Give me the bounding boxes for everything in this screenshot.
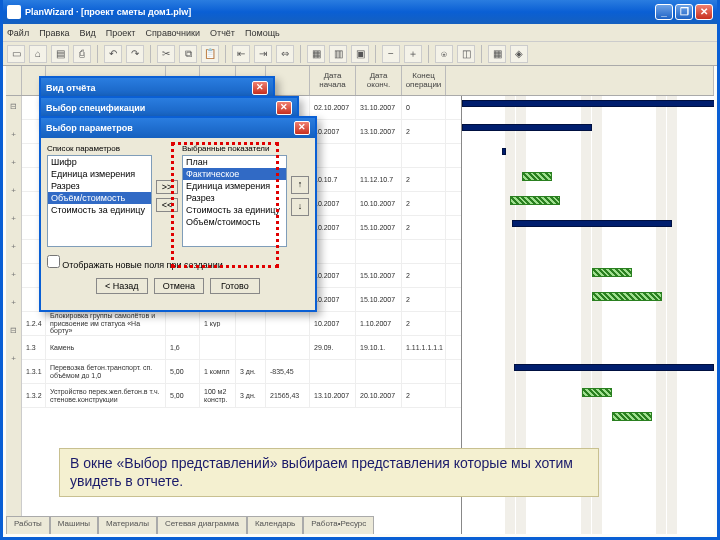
minimize-button[interactable]: _	[655, 4, 673, 20]
show-new-checkbox[interactable]	[47, 255, 60, 268]
dialog1-title: Вид отчёта	[46, 83, 96, 93]
move-right-button[interactable]: >>	[156, 180, 178, 194]
menu-help[interactable]: Помощь	[245, 28, 280, 38]
table-row[interactable]: 1.3Камень1,629.09.19.10.1.1.11.1.1.1.1.	[22, 336, 461, 360]
gantt-bar[interactable]	[502, 148, 506, 155]
tb-cut-icon[interactable]: ✂	[157, 45, 175, 63]
gantt-bar[interactable]	[514, 364, 714, 371]
list-item[interactable]: Единица измерения	[183, 180, 286, 192]
tb-redo-icon[interactable]: ↷	[126, 45, 144, 63]
gantt-bar[interactable]	[462, 100, 714, 107]
tb-indent-icon[interactable]: ⇥	[254, 45, 272, 63]
list-item[interactable]: Фактическое	[183, 168, 286, 180]
list-item[interactable]: Объём/стоимость	[183, 216, 286, 228]
gantt-bar[interactable]	[510, 196, 560, 205]
list-item[interactable]: Шифр	[48, 156, 151, 168]
cancel-button[interactable]: Отмена	[154, 278, 204, 294]
tab-materials[interactable]: Материалы	[98, 516, 157, 534]
right-list-label: Выбранные показатели	[182, 144, 287, 153]
toolbar: ▭ ⌂ ▤ ⎙ ↶ ↷ ✂ ⧉ 📋 ⇤ ⇥ ⇔ ▦ ▥ ▣ − ＋ ⍟ ◫ ▦ …	[3, 42, 717, 66]
table-row[interactable]: 1.3.1Перевозка бетон.транспорт. сп. объё…	[22, 360, 461, 384]
dialog3-title: Выбор параметров	[46, 123, 133, 133]
tb-new-icon[interactable]: ▭	[7, 45, 25, 63]
menu-report[interactable]: Отчёт	[210, 28, 235, 38]
titlebar[interactable]: PlanWizard · [проект сметы дом1.plw] _ ❐…	[3, 0, 717, 24]
list-item[interactable]: Стоимость за единицу	[183, 204, 286, 216]
list-item[interactable]: Объём/стоимость	[48, 192, 151, 204]
right-listbox[interactable]: ПланФактическоеЕдиница измеренияРазрезСт…	[182, 155, 287, 247]
list-item[interactable]: План	[183, 156, 286, 168]
tb-copy-icon[interactable]: ⧉	[179, 45, 197, 63]
close-button[interactable]: ✕	[695, 4, 713, 20]
tb-save-icon[interactable]: ▤	[51, 45, 69, 63]
tab-work-resource[interactable]: Работа•Ресурс	[303, 516, 374, 534]
done-button[interactable]: Готово	[210, 278, 260, 294]
tb-print-icon[interactable]: ⎙	[73, 45, 91, 63]
tab-network[interactable]: Сетевая диаграмма	[157, 516, 247, 534]
menu-file[interactable]: Файл	[7, 28, 29, 38]
gantt-bar[interactable]	[522, 172, 552, 181]
gantt-bar[interactable]	[512, 220, 672, 227]
tb-outdent-icon[interactable]: ⇤	[232, 45, 250, 63]
bottom-tabs: Работы Машины Материалы Сетевая диаграмм…	[6, 516, 374, 534]
menu-edit[interactable]: Правка	[39, 28, 69, 38]
back-button[interactable]: < Назад	[96, 278, 148, 294]
gantt-bar[interactable]	[582, 388, 612, 397]
tab-machines[interactable]: Машины	[50, 516, 98, 534]
show-new-label: Отображать новые поля при создании	[62, 260, 223, 270]
tb-zoomin-icon[interactable]: ＋	[404, 45, 422, 63]
menu-view[interactable]: Вид	[80, 28, 96, 38]
tab-calendar[interactable]: Календарь	[247, 516, 303, 534]
tb-zoomout-icon[interactable]: −	[382, 45, 400, 63]
tb-report-icon[interactable]: ▦	[488, 45, 506, 63]
list-item[interactable]: Единица измерения	[48, 168, 151, 180]
move-down-button[interactable]: ↓	[291, 198, 309, 216]
tb-link-icon[interactable]: ⇔	[276, 45, 294, 63]
gantt-bar[interactable]	[462, 124, 592, 131]
gantt-bar[interactable]	[612, 412, 652, 421]
tb-undo-icon[interactable]: ↶	[104, 45, 122, 63]
gantt-bar[interactable]	[592, 292, 662, 301]
dialog3-close-icon[interactable]: ✕	[294, 121, 310, 135]
dialog1-close-icon[interactable]: ✕	[252, 81, 268, 95]
list-item[interactable]: Разрез	[48, 180, 151, 192]
window-title: PlanWizard · [проект сметы дом1.plw]	[25, 7, 191, 17]
tb-wizard-icon[interactable]: ◈	[510, 45, 528, 63]
tb-tree-icon[interactable]: ⍟	[435, 45, 453, 63]
tb-paste-icon[interactable]: 📋	[201, 45, 219, 63]
move-up-button[interactable]: ↑	[291, 176, 309, 194]
dialog2-close-icon[interactable]: ✕	[276, 101, 292, 115]
menu-ref[interactable]: Справочники	[146, 28, 201, 38]
tb-group-icon[interactable]: ◫	[457, 45, 475, 63]
menu-project[interactable]: Проект	[106, 28, 136, 38]
outline-gutter: ⊟+++++++⊟+	[6, 96, 22, 534]
instruction-caption: В окне «Выбор представлений» выбираем пр…	[59, 448, 599, 497]
list-item[interactable]: Стоимость за единицу	[48, 204, 151, 216]
tb-grid-icon[interactable]: ▦	[307, 45, 325, 63]
app-icon	[7, 5, 21, 19]
tb-open-icon[interactable]: ⌂	[29, 45, 47, 63]
left-listbox[interactable]: ШифрЕдиница измеренияРазрезОбъём/стоимос…	[47, 155, 152, 247]
left-list-label: Список параметров	[47, 144, 152, 153]
table-row[interactable]: 1.2.4Блокировка группы самолётов и присв…	[22, 312, 461, 336]
maximize-button[interactable]: ❐	[675, 4, 693, 20]
dialog2-title: Выбор спецификации	[46, 103, 145, 113]
tb-table-icon[interactable]: ▥	[329, 45, 347, 63]
dialog-param-select[interactable]: Выбор параметров✕ Список параметров Шифр…	[39, 116, 317, 312]
move-left-button[interactable]: <<	[156, 198, 178, 212]
tab-works[interactable]: Работы	[6, 516, 50, 534]
menubar: Файл Правка Вид Проект Справочники Отчёт…	[3, 24, 717, 42]
list-item[interactable]: Разрез	[183, 192, 286, 204]
table-row[interactable]: 1.3.2Устройство перек.жел.бетон.в т.ч. с…	[22, 384, 461, 408]
tb-chart-icon[interactable]: ▣	[351, 45, 369, 63]
gantt-bar[interactable]	[592, 268, 632, 277]
